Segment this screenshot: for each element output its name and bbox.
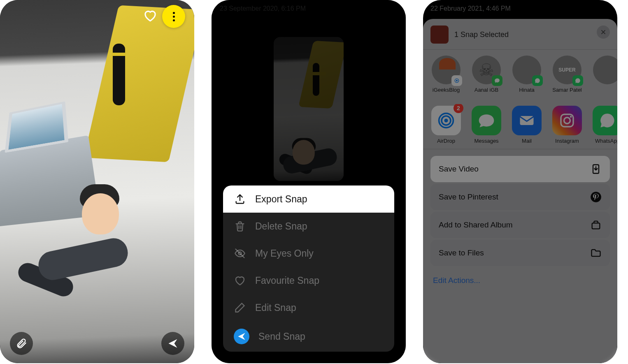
whatsapp-badge-icon: [532, 75, 543, 86]
action-label: Save to Pinterest: [439, 192, 498, 202]
action-label: My Eyes Only: [255, 248, 314, 259]
ios-share-sheet: 1 Snap Selected iGeeksBlog Aanal iGB Hin…: [423, 19, 617, 363]
screen-share-sheet: 22 February 2021, 4:46 PM 1 Snap Selecte…: [423, 0, 617, 363]
action-label: Edit Snap: [255, 302, 296, 313]
app-instagram[interactable]: Instagram: [551, 106, 584, 144]
send-snap-row[interactable]: Send Snap: [223, 321, 394, 352]
instagram-icon: [552, 106, 582, 135]
avatar: [512, 56, 541, 84]
delete-snap-row[interactable]: Delete Snap: [223, 213, 394, 240]
app-whatsapp[interactable]: WhatsApp: [591, 106, 617, 144]
contact-name: Samar Patel: [552, 87, 582, 99]
contact-name: Hinata: [519, 87, 535, 99]
desk-scene: [0, 0, 194, 363]
attachment-button[interactable]: [10, 332, 33, 355]
svg-point-8: [564, 118, 570, 124]
bitmoji-character: [27, 189, 132, 305]
pinterest-icon: [590, 191, 602, 203]
screen-snap-actions: 23 September 2020, 6:16 PM .phone:nth-ch…: [212, 0, 406, 363]
divider: [423, 149, 617, 149]
share-header: 1 Snap Selected: [423, 26, 617, 49]
notification-badge: 2: [454, 104, 463, 113]
eyes-off-icon: [234, 247, 246, 260]
app-label: Messages: [474, 138, 498, 144]
send-icon: [234, 329, 249, 344]
svg-rect-6: [520, 116, 534, 125]
svg-point-9: [570, 116, 572, 118]
export-snap-row[interactable]: Export Snap: [223, 185, 394, 213]
contact-hinata[interactable]: Hinata: [510, 56, 543, 99]
snap-timestamp: 22 February 2021, 4:46 PM: [430, 5, 511, 12]
more-options-button[interactable]: [162, 5, 185, 28]
action-label: Send Snap: [258, 331, 305, 342]
contact-aanal[interactable]: Aanal iGB: [470, 56, 503, 99]
shared-album-icon: [590, 219, 602, 231]
whatsapp-badge-icon: [572, 75, 583, 86]
app-airdrop[interactable]: 2 AirDrop: [430, 106, 463, 144]
contact-name: iGeeksBlog: [433, 87, 460, 99]
contact-partial[interactable]: [591, 56, 617, 99]
app-label: WhatsApp: [595, 138, 617, 144]
save-icon: [590, 163, 602, 175]
close-icon: [600, 29, 606, 35]
action-label: Delete Snap: [255, 221, 307, 232]
svg-rect-12: [592, 223, 600, 229]
close-button[interactable]: [597, 26, 610, 39]
app-label: Mail: [522, 138, 532, 144]
apps-row[interactable]: 2 AirDrop Messages Mail Instag: [423, 104, 617, 149]
action-label: Export Snap: [255, 194, 307, 205]
app-label: AirDrop: [437, 138, 455, 144]
action-label: Save to Files: [439, 248, 484, 257]
share-actions-list: Save Video Save to Pinterest Add to Shar…: [423, 153, 617, 270]
heart-icon: [234, 274, 246, 287]
save-pinterest-row[interactable]: Save to Pinterest: [430, 184, 610, 210]
app-mail[interactable]: Mail: [510, 106, 543, 144]
messages-badge-icon: [492, 75, 502, 86]
shared-album-row[interactable]: Add to Shared Album: [430, 212, 610, 238]
folder-icon: [590, 247, 602, 259]
airdrop-badge-icon: [451, 75, 462, 86]
svg-point-3: [444, 118, 448, 122]
trash-icon: [234, 220, 246, 232]
avatar: [432, 56, 461, 84]
screen-snap-view: [0, 0, 194, 363]
app-label: Instagram: [555, 138, 579, 144]
action-sheet: Export Snap Delete Snap My Eyes Only Fav…: [223, 185, 394, 352]
export-icon: [234, 193, 246, 205]
contact-name: Aanal iGB: [474, 87, 499, 99]
messages-icon: [472, 106, 501, 135]
svg-point-11: [591, 192, 601, 202]
airdrop-icon: 2: [431, 106, 461, 135]
edit-snap-row[interactable]: Edit Snap: [223, 294, 394, 321]
avatar: [593, 56, 617, 84]
edit-actions-link[interactable]: Edit Actions...: [423, 270, 617, 291]
contacts-row[interactable]: iGeeksBlog Aanal iGB Hinata SUPER Samar …: [423, 54, 617, 104]
contact-samar[interactable]: SUPER Samar Patel: [551, 56, 584, 99]
save-video-row[interactable]: Save Video: [430, 156, 610, 182]
action-label: Save Video: [439, 165, 479, 174]
favourite-icon[interactable]: [143, 9, 157, 24]
avatar: SUPER: [553, 56, 581, 84]
action-label: Favourite Snap: [255, 275, 319, 286]
my-eyes-only-row[interactable]: My Eyes Only: [223, 240, 394, 267]
contact-igeeksblog[interactable]: iGeeksBlog: [430, 56, 463, 99]
svg-point-1: [456, 80, 458, 81]
share-title: 1 Snap Selected: [454, 30, 509, 39]
whatsapp-icon: [593, 106, 617, 135]
send-button[interactable]: [161, 332, 184, 355]
share-thumbnail: [430, 26, 449, 44]
app-messages[interactable]: Messages: [470, 106, 503, 144]
action-label: Add to Shared Album: [439, 220, 513, 230]
more-vertical-icon: [173, 12, 175, 21]
snap-photo[interactable]: [0, 0, 194, 363]
avatar: [472, 56, 501, 84]
divider: [423, 49, 617, 50]
save-files-row[interactable]: Save to Files: [430, 240, 610, 266]
favourite-snap-row[interactable]: Favourite Snap: [223, 267, 394, 294]
mail-icon: [512, 106, 542, 135]
pencil-icon: [234, 301, 246, 314]
